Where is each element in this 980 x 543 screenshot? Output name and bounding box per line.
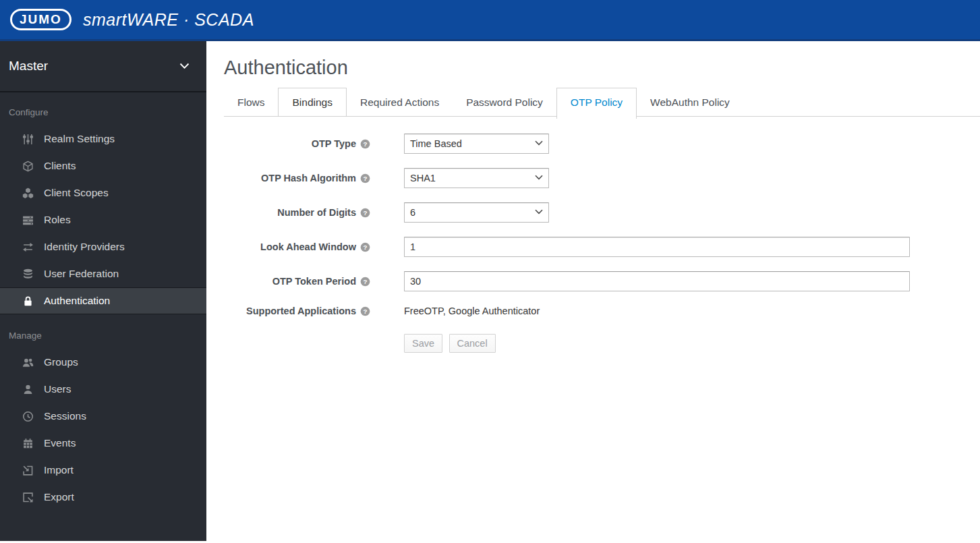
sidebar-item-identity-providers[interactable]: Identity Providers [0,233,206,260]
clock-icon [22,411,34,422]
group-icon [22,357,34,368]
sidebar-item-groups[interactable]: Groups [0,349,206,376]
save-button[interactable]: Save [404,334,442,353]
label-text: OTP Token Period [272,276,356,287]
supported-applications-value: FreeOTP, Google Authenticator [404,306,540,316]
app-header: JUMO smartWARE · SCADA [0,0,980,41]
form-row-otp-token-period: OTP Token Period ? [224,271,980,291]
tasks-icon [22,215,34,226]
sidebar-item-realm-settings[interactable]: Realm Settings [0,125,206,152]
main-content: Authentication Flows Bindings Required A… [206,41,980,541]
export-icon [22,492,34,503]
tab-required-actions[interactable]: Required Actions [347,90,453,116]
sidebar-item-export[interactable]: Export [0,484,206,511]
user-icon [22,384,34,395]
sidebar-item-label: Sessions [44,410,86,422]
sidebar-item-sessions[interactable]: Sessions [0,403,206,430]
sidebar-item-label: Authentication [44,295,110,307]
otp-type-label: OTP Type ? [224,138,370,149]
form-actions: Save Cancel [404,334,980,353]
sidebar-item-label: Clients [44,160,76,172]
cubes-icon [22,188,34,199]
cancel-button[interactable]: Cancel [449,334,496,353]
exchange-arrows-icon [22,241,34,253]
otp-hash-algorithm-select[interactable]: SHA1 [404,168,549,188]
cube-icon [22,161,34,172]
sidebar-item-user-federation[interactable]: User Federation [0,260,206,287]
form-row-number-of-digits: Number of Digits ? 6 [224,202,980,223]
realm-selector-label: Master [9,59,48,74]
calendar-icon [22,438,34,449]
svg-text:?: ? [363,174,367,181]
lock-icon [22,295,34,307]
sidebar-item-label: Users [44,383,71,395]
svg-text:?: ? [363,307,367,314]
sidebar-item-label: Roles [44,214,71,226]
tab-password-policy[interactable]: Password Policy [453,90,556,116]
page-title: Authentication [224,57,980,79]
sidebar-item-clients[interactable]: Clients [0,152,206,179]
jumo-logo: JUMO [10,9,71,30]
form-row-look-ahead-window: Look Ahead Window ? [224,237,980,257]
form-row-supported-applications: Supported Applications ? FreeOTP, Google… [224,306,980,316]
tab-webauthn-policy[interactable]: WebAuthn Policy [637,90,743,116]
form-row-otp-hash-algorithm: OTP Hash Algorithm ? SHA1 [224,168,980,188]
sidebar-item-events[interactable]: Events [0,430,206,457]
supported-applications-label: Supported Applications ? [224,306,370,316]
tab-flows[interactable]: Flows [224,90,278,116]
svg-text:?: ? [363,208,367,216]
tab-bindings[interactable]: Bindings [278,88,346,116]
sidebar-item-label: User Federation [44,268,119,280]
database-icon [22,268,34,280]
label-text: Number of Digits [277,207,356,218]
chevron-down-icon [179,63,190,69]
realm-selector[interactable]: Master [0,41,206,92]
otp-policy-form: OTP Type ? Time Based OTP Hash Al [224,134,980,353]
otp-token-period-label: OTP Token Period ? [224,276,370,287]
sidebar-item-label: Import [44,464,74,476]
look-ahead-window-label: Look Ahead Window ? [224,241,370,252]
label-text: Look Ahead Window [260,241,356,252]
svg-text:?: ? [363,243,367,250]
look-ahead-window-input[interactable] [404,237,910,257]
otp-hash-algorithm-label: OTP Hash Algorithm ? [224,173,370,183]
label-text: Supported Applications [246,306,356,316]
sidebar-item-label: Groups [44,356,78,368]
otp-token-period-input[interactable] [404,271,910,291]
help-icon[interactable]: ? [360,242,370,252]
sidebar: Master Configure Realm Settings Clients [0,41,206,541]
sidebar-section-manage: Manage [0,331,206,341]
sidebar-item-authentication[interactable]: Authentication [0,287,206,314]
number-of-digits-select[interactable]: 6 [404,202,549,223]
product-name: smartWARE · SCADA [83,10,254,30]
label-text: OTP Type [312,138,356,149]
help-icon[interactable]: ? [360,173,370,183]
sidebar-item-label: Events [44,437,76,449]
sidebar-item-label: Client Scopes [44,187,109,199]
sidebar-item-label: Export [44,491,74,503]
otp-type-select[interactable]: Time Based [404,134,549,154]
sidebar-item-client-scopes[interactable]: Client Scopes [0,179,206,206]
tab-bar: Flows Bindings Required Actions Password… [224,88,980,117]
sidebar-item-label: Realm Settings [44,133,115,145]
sliders-icon [22,134,34,145]
help-icon[interactable]: ? [360,139,370,149]
sidebar-section-configure: Configure [0,107,206,117]
label-text: OTP Hash Algorithm [261,173,356,183]
tab-otp-policy[interactable]: OTP Policy [556,88,637,119]
sidebar-item-label: Identity Providers [44,241,125,253]
number-of-digits-label: Number of Digits ? [224,207,370,218]
sidebar-item-import[interactable]: Import [0,457,206,484]
sidebar-item-users[interactable]: Users [0,376,206,403]
sidebar-item-roles[interactable]: Roles [0,206,206,233]
form-row-otp-type: OTP Type ? Time Based [224,134,980,154]
help-icon[interactable]: ? [360,306,370,316]
help-icon[interactable]: ? [360,208,370,218]
svg-text:?: ? [363,140,367,147]
import-icon [22,465,34,476]
help-icon[interactable]: ? [360,277,370,287]
svg-text:?: ? [363,277,367,285]
